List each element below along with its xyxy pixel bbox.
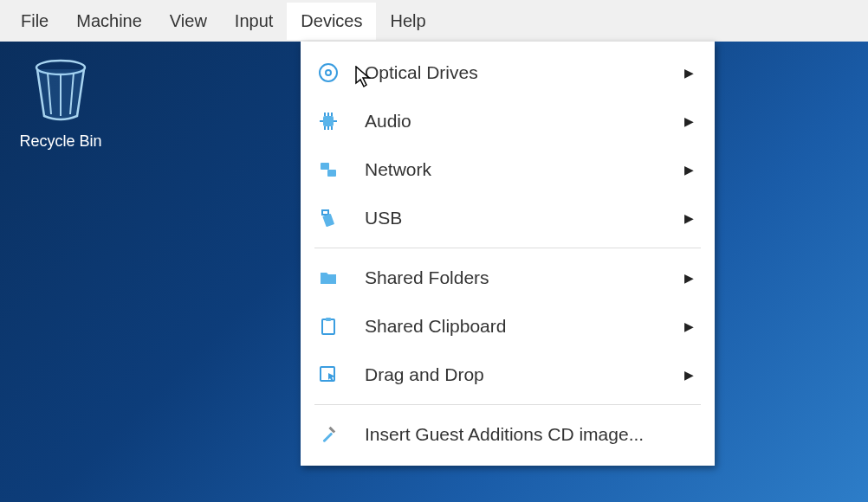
dragdrop-icon bbox=[316, 363, 340, 387]
svg-rect-15 bbox=[321, 163, 329, 170]
menu-item-label: USB bbox=[365, 208, 684, 228]
submenu-arrow-icon: ▶ bbox=[684, 163, 694, 177]
menu-item-label: Network bbox=[365, 159, 684, 180]
svg-rect-22 bbox=[322, 432, 333, 442]
screwdriver-icon bbox=[316, 422, 340, 447]
menu-item-label: Drag and Drop bbox=[365, 364, 684, 385]
network-icon bbox=[316, 158, 340, 182]
svg-rect-6 bbox=[323, 116, 334, 126]
menu-item-label: Optical Drives bbox=[365, 62, 684, 83]
menu-network[interactable]: Network ▶ bbox=[301, 145, 715, 194]
folder-icon bbox=[316, 266, 340, 290]
submenu-arrow-icon: ▶ bbox=[684, 271, 694, 285]
submenu-arrow-icon: ▶ bbox=[684, 66, 694, 80]
svg-point-4 bbox=[320, 64, 337, 81]
menu-help[interactable]: Help bbox=[376, 3, 439, 40]
menu-machine[interactable]: Machine bbox=[62, 3, 156, 40]
svg-rect-16 bbox=[327, 170, 336, 177]
chip-icon bbox=[316, 109, 340, 133]
desktop-icon-label: Recycle Bin bbox=[17, 132, 104, 151]
usb-icon bbox=[316, 206, 340, 230]
devices-dropdown: Optical Drives ▶ Audio ▶ Network ▶ USB ▶… bbox=[301, 42, 715, 466]
submenu-arrow-icon: ▶ bbox=[684, 319, 694, 333]
menu-item-label: Shared Clipboard bbox=[365, 316, 684, 337]
svg-point-5 bbox=[326, 70, 331, 75]
menu-file[interactable]: File bbox=[7, 3, 62, 40]
menu-item-label: Insert Guest Additions CD image... bbox=[365, 424, 694, 445]
svg-rect-17 bbox=[322, 210, 328, 215]
clipboard-icon bbox=[316, 314, 340, 338]
menu-drag-and-drop[interactable]: Drag and Drop ▶ bbox=[301, 351, 715, 399]
menu-insert-guest-additions[interactable]: Insert Guest Additions CD image... bbox=[301, 410, 715, 459]
menu-separator bbox=[314, 404, 701, 405]
submenu-arrow-icon: ▶ bbox=[684, 114, 694, 128]
menu-item-label: Shared Folders bbox=[365, 267, 684, 288]
svg-rect-19 bbox=[322, 319, 334, 334]
recycle-bin-icon bbox=[30, 57, 91, 123]
svg-rect-23 bbox=[328, 427, 335, 434]
disc-icon bbox=[316, 61, 340, 85]
menu-shared-clipboard[interactable]: Shared Clipboard ▶ bbox=[301, 302, 715, 351]
menu-item-label: Audio bbox=[365, 111, 684, 132]
menu-view[interactable]: View bbox=[156, 3, 221, 40]
menubar: File Machine View Input Devices Help bbox=[0, 0, 868, 42]
menu-optical-drives[interactable]: Optical Drives ▶ bbox=[301, 48, 715, 97]
submenu-arrow-icon: ▶ bbox=[684, 368, 694, 382]
submenu-arrow-icon: ▶ bbox=[684, 211, 694, 225]
menu-input[interactable]: Input bbox=[221, 3, 287, 40]
svg-rect-20 bbox=[326, 318, 331, 321]
menu-usb[interactable]: USB ▶ bbox=[301, 194, 715, 242]
menu-devices[interactable]: Devices bbox=[287, 3, 376, 40]
menu-shared-folders[interactable]: Shared Folders ▶ bbox=[301, 254, 715, 302]
menu-audio[interactable]: Audio ▶ bbox=[301, 97, 715, 145]
menu-separator bbox=[314, 248, 701, 248]
desktop-icon-recycle-bin[interactable]: Recycle Bin bbox=[17, 57, 104, 151]
